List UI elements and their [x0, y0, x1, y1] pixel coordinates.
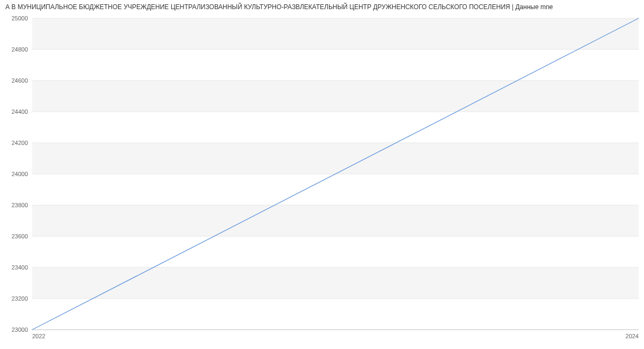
y-tick-label: 23800	[11, 202, 28, 208]
y-tick-label: 24000	[11, 171, 28, 177]
chart-title: А В МУНИЦИПАЛЬНОЕ БЮДЖЕТНОЕ УЧРЕЖДЕНИЕ Ц…	[0, 0, 644, 13]
y-tick-label: 25000	[11, 15, 28, 21]
x-tick-label: 2022	[32, 333, 45, 339]
x-tick-label: 2024	[626, 333, 639, 339]
chart-area: 2300023200234002360023800240002420024400…	[0, 13, 644, 346]
y-tick-label: 23000	[11, 326, 28, 333]
svg-rect-4	[32, 18, 639, 49]
y-tick-label: 24200	[11, 140, 28, 146]
y-tick-label: 24600	[11, 77, 28, 84]
y-tick-label: 24400	[11, 108, 28, 115]
y-tick-label: 23400	[11, 264, 28, 271]
line-chart: 2300023200234002360023800240002420024400…	[0, 13, 644, 346]
y-tick-label: 23600	[11, 233, 28, 239]
svg-rect-1	[32, 205, 639, 236]
svg-rect-3	[32, 81, 639, 112]
y-tick-label: 24800	[11, 46, 28, 53]
y-tick-label: 23200	[11, 295, 28, 302]
svg-rect-2	[32, 143, 639, 174]
